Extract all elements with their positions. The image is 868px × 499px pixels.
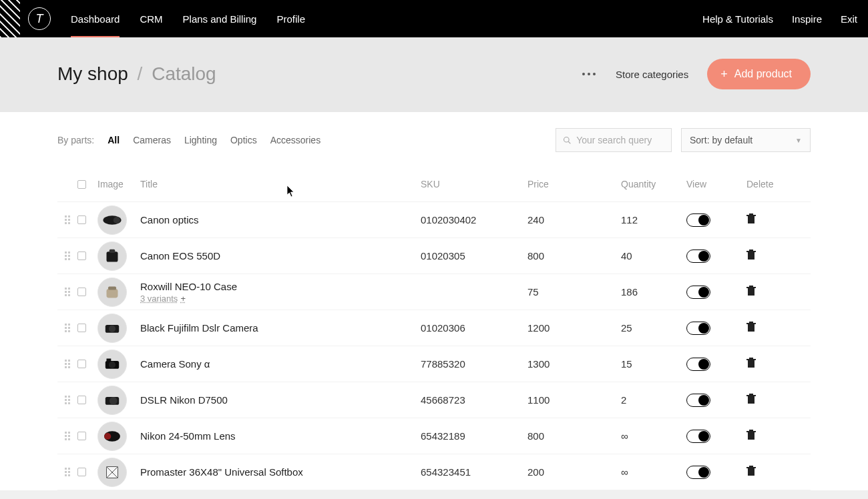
product-thumb[interactable] — [97, 350, 127, 379]
product-thumb[interactable] — [97, 422, 127, 451]
row-checkbox[interactable] — [77, 324, 86, 332]
product-sku: 77885320 — [421, 358, 527, 370]
filter-lighting[interactable]: Lighting — [184, 135, 217, 145]
view-toggle[interactable] — [686, 213, 710, 227]
view-toggle[interactable] — [686, 430, 710, 443]
product-title[interactable]: DSLR Nikon D7500 — [140, 394, 421, 406]
svg-rect-12 — [107, 288, 118, 298]
svg-line-1 — [568, 141, 570, 143]
trash-icon — [746, 430, 756, 440]
view-toggle[interactable] — [686, 250, 710, 263]
delete-button[interactable] — [746, 430, 787, 442]
store-categories-link[interactable]: Store categories — [616, 69, 688, 80]
col-title: Title — [140, 179, 421, 189]
row-checkbox[interactable] — [77, 288, 86, 296]
nav-item-crm[interactable]: CRM — [140, 1, 162, 37]
product-thumb[interactable] — [97, 458, 127, 487]
trash-icon — [746, 466, 756, 476]
view-toggle[interactable] — [686, 322, 710, 335]
product-thumb[interactable] — [97, 278, 127, 307]
svg-rect-20 — [746, 323, 756, 324]
nav-item-plans-and-billing[interactable]: Plans and Billing — [183, 1, 257, 37]
product-title[interactable]: Canon EOS 550D — [140, 250, 421, 262]
sort-label: Sort: by default — [690, 135, 752, 145]
table-row[interactable]: Canon optics 0102030402 240 112 — [57, 202, 811, 238]
row-checkbox[interactable] — [77, 252, 86, 260]
plus-icon: + — [180, 294, 186, 304]
svg-rect-27 — [749, 358, 753, 359]
view-toggle[interactable] — [686, 286, 710, 299]
product-title[interactable]: Roxwill NEO-10 Case — [140, 281, 421, 292]
drag-handle-icon[interactable] — [57, 432, 77, 440]
product-title[interactable]: Promaster 36X48" Universal Softbox — [140, 466, 421, 478]
delete-button[interactable] — [746, 213, 787, 226]
svg-rect-15 — [746, 287, 756, 288]
filter-all[interactable]: All — [107, 135, 120, 145]
table-row[interactable]: DSLR Nikon D7500 45668723 1100 2 — [57, 382, 811, 418]
product-thumb[interactable] — [97, 386, 127, 415]
nav-right-help-tutorials[interactable]: Help & Tutorials — [702, 13, 773, 25]
row-checkbox[interactable] — [77, 468, 86, 476]
filter-accessories[interactable]: Accessories — [270, 135, 320, 145]
product-sku: 01020306 — [421, 322, 527, 334]
col-quantity: Quantity — [621, 179, 686, 189]
drag-handle-icon[interactable] — [57, 396, 77, 404]
product-title[interactable]: Black Fujifilm Dslr Camera — [140, 322, 421, 334]
svg-rect-21 — [749, 322, 753, 323]
product-title[interactable]: Camera Sony α — [140, 358, 421, 370]
nav-right-inspire[interactable]: Inspire — [792, 13, 822, 25]
drag-handle-icon[interactable] — [57, 468, 77, 476]
variants-link[interactable]: 3 variants + — [140, 294, 421, 304]
table-row[interactable]: Camera Sony α 77885320 1300 15 — [57, 346, 811, 382]
view-toggle[interactable] — [686, 394, 710, 407]
product-title[interactable]: Canon optics — [140, 214, 421, 225]
delete-button[interactable] — [746, 286, 787, 298]
product-price: 800 — [527, 430, 621, 442]
svg-rect-41 — [748, 468, 754, 476]
table-row[interactable]: Promaster 36X48" Universal Softbox 65432… — [57, 454, 811, 490]
table-row[interactable]: Roxwill NEO-10 Case 3 variants + 75 186 — [57, 274, 811, 310]
nav-item-dashboard[interactable]: Dashboard — [71, 1, 120, 37]
product-title[interactable]: Nikon 24-50mm Lens — [140, 430, 421, 442]
drag-handle-icon[interactable] — [57, 288, 77, 296]
delete-button[interactable] — [746, 358, 787, 370]
row-checkbox[interactable] — [77, 396, 86, 404]
table-row[interactable]: Nikon 24-50mm Lens 65432189 800 ∞ — [57, 418, 811, 454]
search-input[interactable] — [576, 135, 664, 145]
nav-right-exit[interactable]: Exit — [841, 13, 857, 25]
breadcrumb-root[interactable]: My shop — [57, 63, 128, 84]
search-box[interactable] — [556, 128, 672, 152]
view-toggle[interactable] — [686, 358, 710, 371]
product-thumb[interactable] — [97, 205, 127, 235]
product-table: Image Title SKU Price Quantity View Dele… — [0, 159, 868, 490]
svg-rect-42 — [746, 467, 756, 468]
delete-button[interactable] — [746, 466, 787, 478]
delete-button[interactable] — [746, 250, 787, 262]
drag-handle-icon[interactable] — [57, 360, 77, 368]
product-thumb[interactable] — [97, 241, 127, 271]
logo-icon[interactable]: T — [28, 7, 51, 30]
delete-button[interactable] — [746, 322, 787, 334]
svg-rect-26 — [746, 359, 756, 360]
more-icon[interactable] — [581, 66, 597, 82]
row-checkbox[interactable] — [77, 432, 86, 440]
table-row[interactable]: Canon EOS 550D 01020305 800 40 — [57, 238, 811, 274]
nav-item-profile[interactable]: Profile — [276, 1, 305, 37]
subheader: My shop / Catalog Store categories + Add… — [0, 37, 868, 112]
row-checkbox[interactable] — [77, 215, 86, 224]
view-toggle[interactable] — [686, 466, 710, 479]
drag-handle-icon[interactable] — [57, 324, 77, 332]
drag-handle-icon[interactable] — [57, 252, 77, 260]
product-price: 800 — [527, 250, 621, 262]
filter-cameras[interactable]: Cameras — [133, 135, 171, 145]
product-thumb[interactable] — [97, 314, 127, 343]
table-row[interactable]: Black Fujifilm Dslr Camera 01020306 1200… — [57, 310, 811, 346]
col-sku: SKU — [421, 179, 527, 189]
add-product-button[interactable]: + Add product — [707, 59, 811, 89]
filter-optics[interactable]: Optics — [230, 135, 257, 145]
drag-handle-icon[interactable] — [57, 215, 77, 224]
delete-button[interactable] — [746, 394, 787, 406]
row-checkbox[interactable] — [77, 360, 86, 368]
select-all-checkbox[interactable] — [77, 180, 86, 189]
sort-select[interactable]: Sort: by default ▼ — [681, 128, 811, 152]
